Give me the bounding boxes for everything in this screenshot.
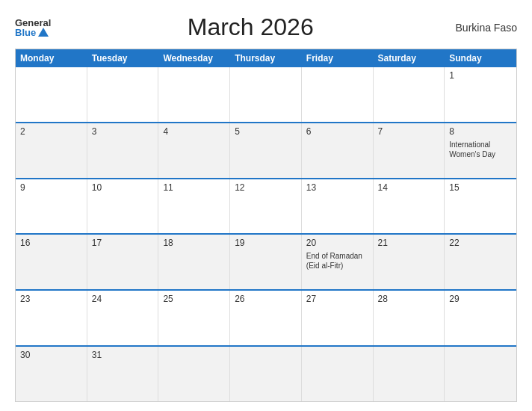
day-number: 2 [20,126,82,137]
day-number: 13 [306,182,368,193]
day-number: 22 [449,238,512,248]
logo-triangle-icon [38,28,49,37]
calendar-weekday-header: MondayTuesdayWednesdayThursdayFridaySatu… [16,49,516,67]
day-number: 12 [235,182,297,193]
weekday-header-sunday: Sunday [445,49,516,67]
cal-cell: 7 [374,123,445,178]
cal-cell [374,347,445,401]
event-label: End of Ramadan (Eid al-Fitr) [306,251,368,271]
cal-cell: 6 [302,123,374,178]
weekday-header-thursday: Thursday [230,49,302,67]
day-number: 20 [306,238,368,248]
page: General Blue March 2026 Burkina Faso Mon… [0,0,532,411]
day-number: 15 [449,182,512,193]
logo-blue-text: Blue [15,28,36,37]
event-label: International Women's Day [449,140,512,159]
weekday-header-friday: Friday [302,49,374,67]
cal-cell: 31 [87,347,159,401]
day-number: 4 [163,126,225,137]
cal-cell [87,67,159,122]
cal-cell: 28 [374,291,445,345]
country-label: Burkina Faso [450,22,517,34]
calendar-row-4: 23242526272829 [16,289,516,345]
cal-cell: 23 [16,291,87,345]
calendar-row-3: 1617181920End of Ramadan (Eid al-Fitr)21… [16,233,516,289]
day-number: 9 [20,182,82,193]
weekday-header-monday: Monday [16,49,87,67]
cal-cell [374,67,445,122]
cal-cell: 16 [16,235,87,289]
cal-cell: 10 [87,179,159,234]
cal-cell [230,67,302,122]
day-number: 16 [20,238,82,248]
cal-cell: 11 [158,179,230,234]
day-number: 31 [92,350,154,360]
weekday-header-wednesday: Wednesday [158,49,230,67]
cal-cell: 18 [158,235,230,289]
day-number: 10 [92,182,154,193]
cal-cell: 22 [445,235,516,289]
cal-cell: 27 [302,291,374,345]
day-number: 3 [92,126,154,137]
day-number: 7 [378,126,440,137]
day-number: 24 [92,294,154,304]
header: General Blue March 2026 Burkina Faso [15,13,517,41]
cal-cell: 9 [16,179,87,234]
cal-cell: 14 [374,179,445,234]
cal-cell [445,347,516,401]
cal-cell: 20End of Ramadan (Eid al-Fitr) [302,235,374,289]
day-number: 29 [449,294,512,304]
weekday-header-tuesday: Tuesday [87,49,159,67]
day-number: 19 [235,238,297,248]
cal-cell: 30 [16,347,87,401]
calendar: MondayTuesdayWednesdayThursdayFridaySatu… [15,49,517,402]
cal-cell: 3 [87,123,159,178]
day-number: 1 [449,70,512,81]
cal-cell [16,67,87,122]
day-number: 27 [306,294,368,304]
cal-cell: 21 [374,235,445,289]
cal-cell: 26 [230,291,302,345]
cal-cell: 5 [230,123,302,178]
calendar-row-5: 3031 [16,345,516,401]
day-number: 17 [92,238,154,248]
cal-cell: 25 [158,291,230,345]
weekday-header-saturday: Saturday [374,49,445,67]
day-number: 18 [163,238,225,248]
day-number: 23 [20,294,82,304]
day-number: 21 [378,238,440,248]
day-number: 6 [306,126,368,137]
day-number: 11 [163,182,225,193]
cal-cell: 2 [16,123,87,178]
day-number: 8 [449,126,512,137]
cal-cell [302,347,374,401]
cal-cell [230,347,302,401]
cal-cell: 19 [230,235,302,289]
cal-cell: 8International Women's Day [445,123,516,178]
cal-cell: 4 [158,123,230,178]
cal-cell [158,67,230,122]
cal-cell [158,347,230,401]
calendar-row-0: 1 [16,67,516,122]
calendar-row-1: 2345678International Women's Day [16,122,516,178]
cal-cell: 15 [445,179,516,234]
day-number: 30 [20,350,82,360]
logo-blue-container: Blue [15,28,49,37]
logo-general-text: General [15,18,51,28]
cal-cell [302,67,374,122]
day-number: 5 [235,126,297,137]
cal-cell: 29 [445,291,516,345]
day-number: 25 [163,294,225,304]
calendar-body: 12345678International Women's Day9101112… [16,67,516,401]
cal-cell: 12 [230,179,302,234]
cal-cell: 17 [87,235,159,289]
cal-cell: 1 [445,67,516,122]
day-number: 14 [378,182,440,193]
cal-cell: 24 [87,291,159,345]
day-number: 28 [378,294,440,304]
calendar-title: March 2026 [51,13,450,41]
cal-cell: 13 [302,179,374,234]
calendar-row-2: 9101112131415 [16,178,516,234]
day-number: 26 [235,294,297,304]
logo: General Blue [15,18,51,37]
